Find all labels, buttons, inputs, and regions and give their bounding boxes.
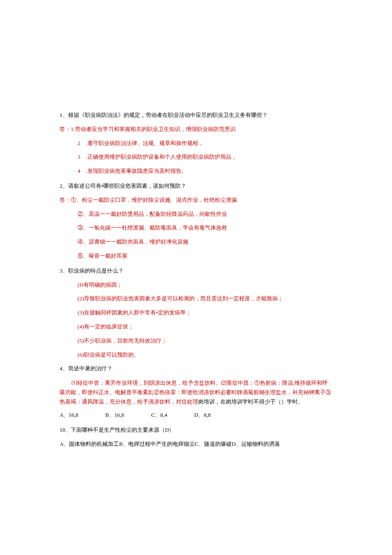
q2-answer-3: ③、一氧化碳一一杜绝泄漏、戴防毒面具，学会有毒气体急救 [60,224,332,232]
question-1: 1、根据《职业病防治法》的规定，劳动者在职业活动中应尽的职业卫生义务有哪些？ [60,111,332,120]
q1-answer-3: 3 .正确使用维护职业病防护设备和个人使用的职业病防护用品， [60,153,332,162]
q1-answer-4: 4 .发现职业病危害事故隐患应当及时报告。 [60,167,332,176]
q2-answer-5: ⑤、噪音一戴好耳塞 [60,252,332,261]
option-c: C、8,4 [151,411,167,420]
q2-answer-4: ④、沥青烟一一戴防亦面具、维护好净化设施 [60,238,332,247]
q2-answer-1: 答：①、粉尘一戴防尘口罩，维护好除尘设施、湿式作业，杜绝粉尘泄漏 [60,196,332,205]
options-row: A、16,8 B、16,8 C、8,4 D、8,8 [60,411,332,420]
question-3: 3、职业病的特点是什么？ [60,267,332,276]
q18-options-line: A、固体物料的机械加工B、电焊过程中产生的电焊烟尘C、隧道的爆破D、运输物料的洒… [60,440,332,449]
q3-answer-1: (D有明确的病因； [60,281,332,290]
question-18: 18、下面哪种不是生产性粉尘的主要来源（D） [60,426,332,435]
question-4: 4、简述中暑的治疗？ [60,364,332,373]
option-b: B、16,8 [105,411,124,420]
q1-answer-2: 2 .遵守职业病防治法律、法规、规章和操作规程， [60,139,332,148]
q3-answer-5: (5)不少职业病，目前尚无特效治疗； [60,337,332,346]
q3-answer-3: (3)在接触同样因素的人群中常有•定的发病率； [60,308,332,317]
q2-answer-2: ②、高温一一戴好防烫用品，配备防轻降温药品，间歇性作业 [60,210,332,219]
q3-answer-2: (2)导致职业病的职业危害因素大多是可以检测的，而且需达到一定程度，才能致病； [60,294,332,303]
q4-black-text: 岗培训，在岗培训学时不得少于（）学时。 [198,398,303,405]
q3-answer-4: (4)有一定的临床症状； [60,323,332,331]
question-2: 2、请叙述公司有•哪些职业危害因素，该如何预防？ [60,182,332,191]
q1-answer-1: 答：1.劳动者应当学习和掌握相关的职业卫生知识，增强职业病防范意识 [60,125,332,134]
q3-answer-6: (6)职业病是可以预防的。 [60,351,332,360]
q4-answer-paragraph: ⑴轻症中冒：离开作业环境，到阴凉出休息，给予含盐饮料。⑵重症中昌：①热射病：降温… [60,378,332,407]
option-a: A、16,8 [60,411,78,420]
option-d: D、8,8 [194,411,211,420]
